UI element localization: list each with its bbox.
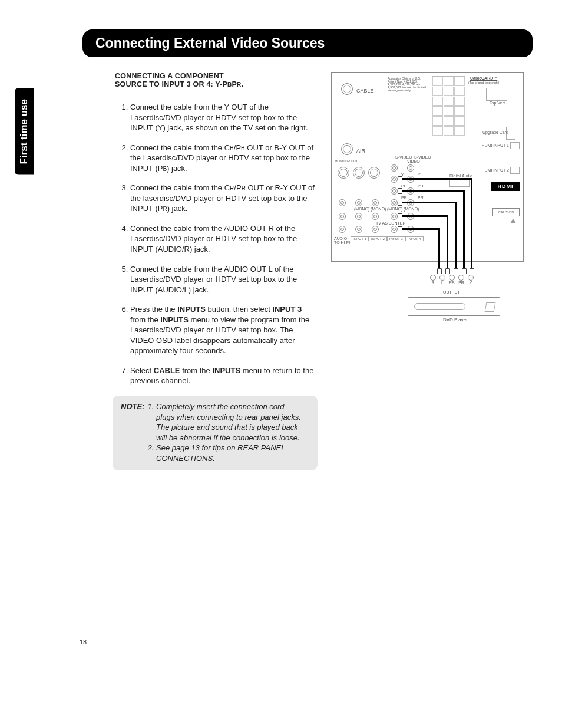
input3-pb-jack	[391, 187, 398, 195]
warning-icon	[510, 219, 516, 223]
cable-l-v2	[447, 255, 448, 268]
in2-l-jack	[372, 199, 379, 206]
cable-pr-v	[455, 202, 457, 255]
in1-r2	[355, 226, 362, 233]
cable-label: CABLE	[356, 88, 374, 94]
step-3c: /P	[234, 183, 241, 192]
input-labels-row: INPUT 1 INPUT 2 INPUT 3 INPUT 4	[351, 236, 424, 241]
input3-y-jack	[391, 176, 398, 183]
rear-panel-diagram: CABLE AIR Apparatus Claims of U.S. Paten…	[331, 72, 524, 262]
plug-out-pr	[462, 268, 467, 274]
step-6c: button, then select	[206, 305, 272, 314]
cable-l-h	[399, 215, 448, 217]
cable-y-h	[399, 178, 472, 180]
hdmi2-port-icon	[510, 167, 520, 174]
step-2: Connect the cable from the CB/PB OUT or …	[130, 143, 318, 174]
hdmi1-port-icon	[510, 142, 520, 149]
tv-center-label: TV AS CENTER	[376, 221, 406, 225]
sub-heading-line2a: SOURCE TO INPUT 3 OR 4: Y-P	[115, 80, 227, 88]
input1-sv-jack	[391, 164, 398, 172]
step-2b: B	[230, 145, 234, 151]
plug-pr	[398, 200, 402, 206]
steps-list: Connect the cable from the Y OUT of the …	[115, 102, 318, 386]
cable-y-v2	[471, 255, 472, 268]
step-7c: from the	[180, 366, 213, 375]
step-6b: INPUTS	[177, 305, 206, 314]
plug-out-l	[445, 268, 450, 274]
step-3f: R	[163, 206, 167, 212]
mono-2: (MONO)	[371, 207, 386, 211]
digital-audio-icon	[449, 179, 470, 187]
page-title: Connecting External Video Sources	[82, 29, 533, 57]
top-vent-icon	[486, 88, 507, 101]
in1-l-jack	[355, 199, 362, 206]
output-label: OUTPUT	[443, 290, 460, 294]
plug-out-pb	[454, 268, 458, 274]
dvd-out-y: Y	[468, 275, 474, 285]
input2-label: INPUT 2	[369, 236, 387, 241]
note-2: See page 13 for tips on REAR PANEL CONNE…	[156, 443, 305, 463]
step-3g: ) jack.	[167, 204, 188, 213]
note-1: Completely insert the connection cord pl…	[156, 401, 305, 443]
out-l-jack	[339, 199, 346, 206]
svideo-label: S-VIDEO	[395, 155, 412, 159]
digital-audio-label: Digital Audio	[449, 174, 472, 178]
plug-l	[398, 213, 402, 219]
step-6d: INPUT 3	[272, 305, 302, 314]
step-3: Connect the cable from the CR/PR OUT or …	[130, 183, 318, 214]
cable-l-v	[447, 215, 448, 255]
plug-r	[398, 226, 402, 232]
step-7d: INPUTS	[212, 366, 240, 375]
cable-jack-icon	[341, 83, 353, 95]
in2-r1	[372, 213, 379, 220]
dvd-player-icon	[408, 297, 500, 316]
cable-pr-h	[399, 202, 457, 203]
step-7b: CABLE	[154, 366, 180, 375]
step-2a: Connect the cable from the C	[130, 143, 230, 152]
page-number: 18	[80, 638, 87, 645]
step-4: Connect the cable from the AUDIO OUT R o…	[130, 223, 318, 255]
dvd-out-l: L	[439, 275, 445, 285]
input3-pr-jack	[391, 199, 398, 206]
step-7: Select CABLE from the INPUTS menu to ret…	[130, 365, 318, 386]
monitor-jack-3	[368, 167, 380, 179]
hdmi1-label: HDMI INPUT 1	[481, 143, 509, 147]
cablecard-label: CableCARD™	[470, 76, 497, 80]
pr-label-2: PR	[418, 196, 424, 200]
plug-pb	[398, 188, 402, 194]
mono-1: (MONO)	[354, 207, 369, 211]
sub-heading-line1: CONNECTING A COMPONENT	[115, 72, 224, 80]
step-5: Connect the cable from the AUDIO OUT L o…	[130, 264, 318, 295]
patent-text: Apparatus Claims of U.S. Patent Nos. 4,6…	[388, 77, 429, 92]
audio-hifi-label: AUDIO TO HI-FI	[334, 236, 352, 245]
cable-r-v	[438, 228, 440, 255]
input4-label: INPUT 4	[405, 236, 424, 241]
pb-label-2: PB	[418, 184, 423, 188]
cablecard-slot-icon	[432, 76, 465, 136]
dvd-out-pb: PB	[449, 275, 455, 285]
out-r2-jack	[339, 226, 346, 233]
input2-sv-jack	[407, 164, 414, 172]
monitor-jack-1	[338, 167, 349, 179]
pr-label: PR	[401, 196, 407, 200]
cable-pr-v2	[455, 255, 457, 268]
side-tab: First time use	[15, 88, 34, 175]
hdmi-logo: HDMI	[491, 182, 520, 191]
y-label-2: Y	[418, 173, 421, 177]
pb-label: PB	[401, 184, 406, 188]
cablecard-sub: (Top of card faces right)	[468, 81, 500, 84]
svideo-label-2: S-VIDEO	[414, 155, 431, 159]
input1-label: INPUT 1	[351, 236, 369, 241]
step-6a: Press the the	[130, 305, 177, 314]
caution-label: CAUTION	[492, 208, 520, 216]
step-6e: from the	[130, 315, 160, 324]
cable-pb-h	[399, 190, 465, 192]
air-label: AIR	[356, 148, 365, 154]
hdmi2-label: HDMI INPUT 2	[481, 168, 509, 172]
dvd-out-r: R	[430, 275, 436, 285]
step-2c: /P	[234, 143, 241, 152]
dvd-label: DVD Player	[443, 317, 468, 322]
sub-heading-dot: .	[241, 80, 243, 88]
upgrade-label: Upgrade Card	[482, 130, 508, 134]
monitor-jack-2	[353, 167, 365, 179]
